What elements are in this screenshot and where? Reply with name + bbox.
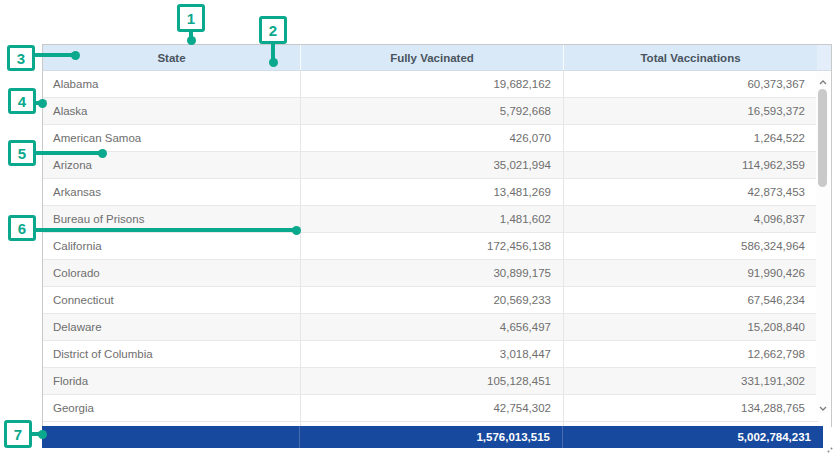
cell-state: Delaware [43, 314, 300, 340]
cell-state: Colorado [43, 260, 300, 286]
column-header-total-vaccinations[interactable]: Total Vaccinations [563, 45, 817, 70]
table-row[interactable]: Alaska 5,792,668 16,593,372 [43, 98, 819, 125]
cell-fully-vaccinated: 13,481,269 [300, 179, 563, 205]
resize-grip-icon[interactable] [824, 442, 833, 451]
callout-1-marker: 1 [177, 4, 205, 32]
cell-state: Florida [43, 368, 300, 394]
table-row[interactable]: District of Columbia 3,018,447 12,662,79… [43, 341, 819, 368]
callout-2-marker: 2 [259, 16, 287, 44]
table-row[interactable]: Connecticut 20,569,233 67,546,234 [43, 287, 819, 314]
column-divider [563, 71, 564, 427]
cell-fully-vaccinated: 3,018,447 [300, 341, 563, 367]
column-header-state[interactable]: State [43, 45, 300, 70]
total-cell-total-vaccinations: 5,002,784,231 [562, 426, 823, 448]
cell-state: Alaska [43, 98, 300, 124]
cell-total-vaccinations: 114,962,359 [563, 152, 817, 178]
cell-fully-vaccinated: 105,128,451 [300, 368, 563, 394]
cell-fully-vaccinated: 4,656,497 [300, 314, 563, 340]
header-scrollbar-cap [817, 45, 831, 70]
cell-fully-vaccinated: 42,754,302 [300, 395, 563, 421]
cell-state: California [43, 233, 300, 259]
chevron-down-icon [819, 397, 827, 415]
column-divider [300, 71, 301, 427]
cell-state: Georgia [43, 395, 300, 421]
vertical-scrollbar[interactable] [816, 72, 830, 414]
callout-5-dot [98, 149, 107, 158]
chevron-up-icon [819, 71, 827, 89]
cell-state: District of Columbia [43, 341, 300, 367]
cell-fully-vaccinated: 35,021,994 [300, 152, 563, 178]
total-cell-fully-vaccinated: 1,576,013,515 [299, 426, 562, 448]
callout-1-dot [187, 36, 196, 45]
cell-fully-vaccinated: 30,899,175 [300, 260, 563, 286]
table-row[interactable]: Georgia 42,754,302 134,288,765 [43, 395, 819, 422]
callout-3-dot [71, 51, 80, 60]
cell-total-vaccinations: 42,873,453 [563, 179, 817, 205]
cell-fully-vaccinated: 426,070 [300, 125, 563, 151]
table-row[interactable]: Arizona 35,021,994 114,962,359 [43, 152, 819, 179]
cell-state: American Samoa [43, 125, 300, 151]
cell-total-vaccinations: 60,373,367 [563, 71, 817, 97]
cell-state: Arizona [43, 152, 300, 178]
table-total-row: 1,576,013,515 5,002,784,231 [42, 426, 823, 448]
table-row[interactable]: Arkansas 13,481,269 42,873,453 [43, 179, 819, 206]
scroll-down-button[interactable] [816, 400, 830, 412]
table-row[interactable]: Delaware 4,656,497 15,208,840 [43, 314, 819, 341]
callout-4-dot [38, 99, 47, 108]
callout-5-leader-line [34, 151, 100, 155]
cell-fully-vaccinated: 5,792,668 [300, 98, 563, 124]
scroll-up-button[interactable] [816, 74, 830, 86]
callout-3-marker: 3 [7, 45, 35, 71]
cell-total-vaccinations: 12,662,798 [563, 341, 817, 367]
total-cell-state [42, 426, 299, 448]
cell-total-vaccinations: 134,288,765 [563, 395, 817, 421]
scrollbar-thumb[interactable] [818, 89, 827, 187]
cell-total-vaccinations: 586,324,964 [563, 233, 817, 259]
callout-4-marker: 4 [8, 88, 36, 114]
cell-state: Connecticut [43, 287, 300, 313]
table-row[interactable]: Alabama 19,682,162 60,373,367 [43, 71, 819, 98]
cell-state: Alabama [43, 71, 300, 97]
cell-total-vaccinations: 15,208,840 [563, 314, 817, 340]
callout-7-dot [38, 430, 47, 439]
callout-2-dot [269, 58, 278, 67]
cell-total-vaccinations: 4,096,837 [563, 206, 817, 232]
table-row[interactable]: Florida 105,128,451 331,191,302 [43, 368, 819, 395]
cell-total-vaccinations: 1,264,522 [563, 125, 817, 151]
table-row[interactable]: Colorado 30,899,175 91,990,426 [43, 260, 819, 287]
table-row[interactable]: California 172,456,138 586,324,964 [43, 233, 819, 260]
table-body: Alabama 19,682,162 60,373,367 Alaska 5,7… [43, 71, 819, 422]
cell-total-vaccinations: 91,990,426 [563, 260, 817, 286]
callout-6-dot [292, 226, 301, 235]
callout-6-marker: 6 [8, 215, 36, 241]
cell-total-vaccinations: 16,593,372 [563, 98, 817, 124]
callout-6-leader-line [34, 228, 297, 232]
table-header-row: State Fully Vacinated Total Vaccinations [43, 45, 831, 71]
cell-fully-vaccinated: 172,456,138 [300, 233, 563, 259]
cell-state: Arkansas [43, 179, 300, 205]
cell-fully-vaccinated: 19,682,162 [300, 71, 563, 97]
callout-3-leader-line [34, 53, 76, 57]
column-header-fully-vaccinated[interactable]: Fully Vacinated [300, 45, 563, 70]
cell-fully-vaccinated: 1,481,602 [300, 206, 563, 232]
callout-7-marker: 7 [4, 420, 32, 448]
dashboard-table-screenshot: State Fully Vacinated Total Vaccinations… [0, 0, 833, 453]
vaccination-table-widget: State Fully Vacinated Total Vaccinations… [42, 44, 832, 427]
cell-total-vaccinations: 331,191,302 [563, 368, 817, 394]
cell-total-vaccinations: 67,546,234 [563, 287, 817, 313]
cell-fully-vaccinated: 20,569,233 [300, 287, 563, 313]
table-row[interactable]: American Samoa 426,070 1,264,522 [43, 125, 819, 152]
callout-5-marker: 5 [8, 140, 36, 166]
